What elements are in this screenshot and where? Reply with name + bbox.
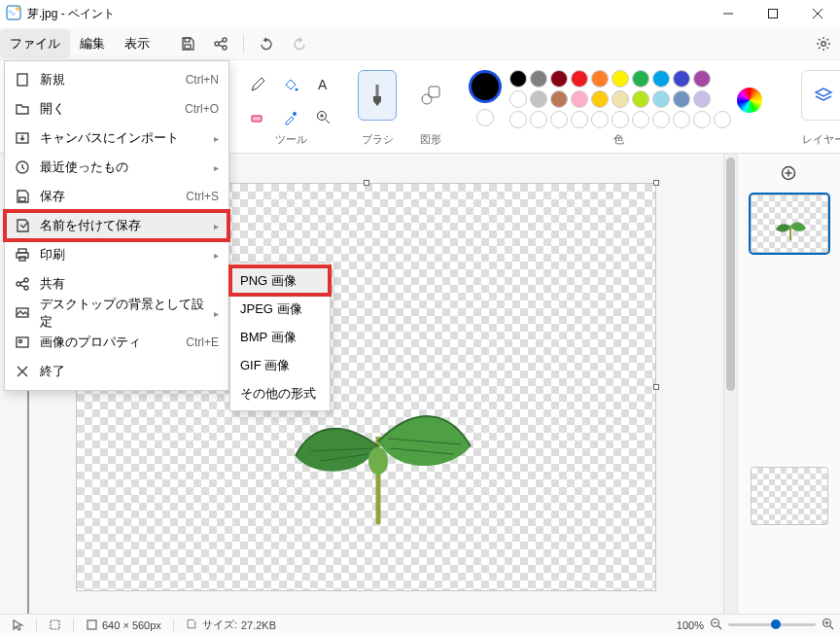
add-layer-button[interactable] [746,161,831,185]
pencil-tool-icon[interactable] [243,70,272,99]
save-as-gif[interactable]: GIF 画像 [230,351,330,379]
color-swatch-empty[interactable] [509,111,527,128]
color-swatch-empty[interactable] [714,111,731,128]
save-icon [13,189,32,204]
file-share[interactable]: 共有 [5,269,228,299]
svg-rect-30 [19,257,25,261]
app-icon [6,5,21,23]
color-swatch[interactable] [652,70,670,88]
menu-view[interactable]: 表示 [115,29,159,58]
zoom-out-button[interactable] [710,617,722,632]
color-swatch-empty[interactable] [612,111,629,128]
file-import[interactable]: キャンバスにインポート ▸ [5,123,228,153]
color-swatch[interactable] [693,70,711,88]
file-print[interactable]: 印刷 ▸ [5,240,228,269]
color-swatch[interactable] [530,70,547,88]
color-swatch-empty[interactable] [530,111,547,128]
canvas-dims: 640 × 560px [80,618,167,631]
save-as-icon [13,218,32,233]
layer-thumb-1[interactable] [751,194,828,253]
undo-icon[interactable] [250,29,283,58]
color-wheel-icon[interactable] [737,88,762,113]
text-tool-icon[interactable]: A [309,70,338,99]
layers-panel [737,154,840,614]
color-swatch-empty[interactable] [632,111,649,128]
color-swatch[interactable] [571,70,588,88]
close-button[interactable] [795,0,840,27]
vertical-scrollbar[interactable] [723,154,737,614]
file-open[interactable]: 開く Ctrl+O [5,94,228,123]
share-icon[interactable] [204,29,237,58]
save-as-bmp[interactable]: BMP 画像 [230,323,330,351]
vertical-zoom-slider[interactable] [18,373,38,614]
color-swatch[interactable] [571,90,588,108]
eraser-tool-icon[interactable] [243,103,272,132]
resize-handle-ne[interactable] [653,180,659,186]
zoom-in-button[interactable] [822,617,834,632]
window-title: 芽.jpg - ペイント [27,6,115,22]
file-properties[interactable]: 画像のプロパティ Ctrl+E [5,328,228,357]
shapes-dropdown[interactable] [416,70,445,121]
menu-file[interactable]: ファイル [0,29,70,58]
color-swatch[interactable] [591,90,609,108]
color-swatch[interactable] [612,70,629,88]
svg-text:A: A [318,77,328,92]
resize-handle-e[interactable] [653,384,659,390]
color-swatch[interactable] [509,70,527,88]
zoom-slider[interactable] [728,623,816,626]
file-save[interactable]: 保存 Ctrl+S [5,182,228,211]
color-swatch-empty[interactable] [673,111,690,128]
color-swatch-empty[interactable] [591,111,609,128]
svg-point-31 [17,282,20,286]
wallpaper-icon [13,305,32,321]
color-swatch[interactable] [550,90,568,108]
color-swatch[interactable] [693,90,711,108]
color-swatch-empty[interactable] [652,111,670,128]
svg-point-17 [293,112,297,116]
close-icon [13,364,32,379]
file-save-as[interactable]: 名前を付けて保存 ▸ [5,211,228,240]
file-recent[interactable]: 最近使ったもの ▸ [5,153,228,182]
open-icon [13,101,32,117]
brush-dropdown[interactable] [358,70,397,121]
color-swatch[interactable] [612,90,629,108]
color-secondary[interactable] [476,109,494,126]
save-as-jpeg[interactable]: JPEG 画像 [230,295,330,323]
magnifier-tool-icon[interactable] [309,103,338,132]
color-swatch[interactable] [550,70,568,88]
settings-icon[interactable] [807,29,840,58]
layers-label: レイヤー [802,132,840,151]
chevron-right-icon: ▸ [214,162,219,173]
color-swatch[interactable] [652,90,670,108]
save-as-png[interactable]: PNG 画像 [230,266,330,295]
color-swatch[interactable] [530,90,547,108]
svg-rect-27 [19,197,25,201]
color-swatch[interactable] [673,70,690,88]
redo-icon[interactable] [283,29,316,58]
picker-tool-icon[interactable] [276,103,305,132]
file-new[interactable]: 新規 Ctrl+N [5,65,228,94]
file-exit[interactable]: 終了 [5,357,228,386]
resize-handle-n[interactable] [364,180,369,186]
layers-toggle[interactable] [801,70,840,121]
menu-edit[interactable]: 編集 [70,29,115,58]
save-as-other[interactable]: その他の形式 [230,379,330,407]
color-swatch-empty[interactable] [550,111,568,128]
color-swatch-empty[interactable] [571,111,588,128]
color-primary[interactable] [469,70,502,103]
svg-line-19 [326,120,331,124]
color-swatch[interactable] [591,70,609,88]
maximize-button[interactable] [751,0,795,27]
color-swatch[interactable] [673,90,690,108]
color-swatch[interactable] [509,90,527,108]
save-icon[interactable] [171,29,204,58]
color-swatch[interactable] [632,90,649,108]
minimize-button[interactable] [706,0,751,27]
fill-tool-icon[interactable] [276,70,305,99]
layer-thumb-bg[interactable] [751,467,828,525]
color-swatch[interactable] [632,70,649,88]
cursor-pos [6,618,30,631]
svg-line-34 [20,281,25,283]
file-wallpaper[interactable]: デスクトップの背景として設定 ▸ [5,299,228,328]
color-swatch-empty[interactable] [693,111,711,128]
